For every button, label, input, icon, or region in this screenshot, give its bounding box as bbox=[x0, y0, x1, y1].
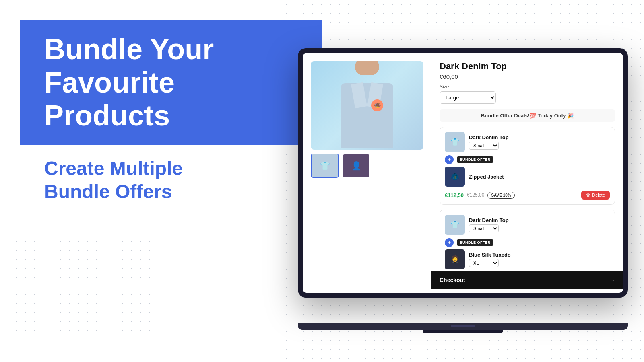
delete-btn-1[interactable]: 🗑 Delete bbox=[581, 191, 610, 200]
bundle-item-row-1: 👕 Dark Denim Top Small Medium Large bbox=[445, 132, 610, 152]
plus-btn-row-1: + BUNDLE OFFER bbox=[445, 155, 610, 164]
product-details-column[interactable]: Dark Denim Top €60,00 Size Large Small M… bbox=[431, 53, 623, 293]
item-info-1: Dark Denim Top Small Medium Large bbox=[469, 134, 610, 150]
checkout-bar[interactable]: Checkout → bbox=[431, 271, 623, 289]
hero-title: Bundle Your Favourite Products bbox=[44, 33, 214, 132]
size-select[interactable]: Large Small Medium XL bbox=[440, 91, 496, 104]
bundle-footer-1: €112,50 €125,00 SAVE 10% 🗑 Delete bbox=[445, 191, 610, 200]
product-images-column: 🍩 👕 👤 bbox=[303, 53, 431, 293]
jacket-body: 🍩 bbox=[341, 83, 393, 148]
item-img-jacket-1: 🧥 bbox=[445, 167, 465, 187]
item-img-denim-1: 👕 bbox=[445, 132, 465, 152]
subtitle: Create Multiple Bundle Offers bbox=[44, 157, 183, 203]
item-img-tuxedo-2: 🤵 bbox=[445, 249, 465, 269]
bundle-offer-badge-2: BUNDLE OFFER bbox=[457, 239, 493, 246]
bundle-price-old-1: €125,00 bbox=[467, 192, 484, 198]
item-name-1: Dark Denim Top bbox=[469, 134, 610, 140]
item-info-2b: Blue Silk Tuxedo XL Small Medium Large bbox=[469, 252, 610, 267]
checkout-arrow: → bbox=[609, 277, 615, 283]
item-name-2b: Blue Silk Tuxedo bbox=[469, 252, 610, 258]
item-img-denim-2: 👕 bbox=[445, 215, 465, 235]
trash-icon: 🗑 bbox=[586, 193, 590, 197]
item-name-1b: Zipped Jacket bbox=[469, 174, 610, 180]
checkout-label: Checkout bbox=[440, 277, 465, 283]
laptop-wrapper: 🍩 👕 👤 Dark Denim T bbox=[282, 48, 644, 338]
bundle-deals-header: Bundle Offer Deals!💯 Today Only 🎉 bbox=[440, 109, 615, 122]
item-size-select-2[interactable]: Small Medium Large bbox=[469, 224, 499, 232]
thumb-img-2: 👤 bbox=[343, 154, 369, 177]
head bbox=[355, 61, 379, 75]
save-badge-1: SAVE 10% bbox=[487, 192, 514, 199]
thumbnail-1[interactable]: 👕 bbox=[311, 154, 339, 178]
left-panel: Bundle Your Favourite Products Create Mu… bbox=[0, 0, 302, 362]
bundle-item-row-1b: 🧥 Zipped Jacket bbox=[445, 167, 610, 187]
plus-btn-1[interactable]: + bbox=[445, 155, 454, 164]
bundle-item-row-2b: 🤵 Blue Silk Tuxedo XL Small Medium Large bbox=[445, 249, 610, 269]
item-name-2: Dark Denim Top bbox=[469, 217, 610, 223]
hero-blue-box: Bundle Your Favourite Products bbox=[20, 20, 322, 145]
dot-pattern-bottom-left bbox=[12, 237, 153, 350]
product-price: €60,00 bbox=[440, 73, 615, 80]
plus-btn-2[interactable]: + bbox=[445, 238, 454, 247]
jacket-figure: 🍩 bbox=[335, 63, 399, 148]
laptop-base bbox=[298, 323, 628, 330]
jacket-badge: 🍩 bbox=[371, 99, 383, 111]
item-size-select-1[interactable]: Small Medium Large bbox=[469, 142, 499, 150]
thumbnail-2[interactable]: 👤 bbox=[342, 154, 370, 178]
jacket-collar-left bbox=[351, 82, 367, 108]
bundle-card-1: 👕 Dark Denim Top Small Medium Large bbox=[440, 127, 615, 205]
item-info-2: Dark Denim Top Small Medium Large bbox=[469, 217, 610, 232]
laptop-notch bbox=[451, 325, 475, 327]
item-size-select-2b[interactable]: XL Small Medium Large bbox=[469, 259, 499, 267]
laptop-screen: 🍩 👕 👤 Dark Denim T bbox=[298, 48, 628, 298]
product-name: Dark Denim Top bbox=[440, 61, 615, 72]
product-page: 🍩 👕 👤 Dark Denim T bbox=[303, 53, 623, 293]
laptop-screen-inner: 🍩 👕 👤 Dark Denim T bbox=[303, 53, 623, 293]
plus-btn-row-2: + BUNDLE OFFER bbox=[445, 238, 610, 247]
main-product-image: 🍩 bbox=[311, 61, 423, 150]
bundle-item-row-2: 👕 Dark Denim Top Small Medium Large bbox=[445, 215, 610, 235]
item-info-1b: Zipped Jacket bbox=[469, 174, 610, 180]
thumbnail-row: 👕 👤 bbox=[311, 154, 423, 178]
bundle-price-new-1: €112,50 bbox=[445, 192, 464, 198]
bundle-offer-badge-1: BUNDLE OFFER bbox=[457, 156, 493, 163]
thumb-img-1: 👕 bbox=[312, 154, 338, 177]
size-label: Size bbox=[440, 84, 615, 90]
